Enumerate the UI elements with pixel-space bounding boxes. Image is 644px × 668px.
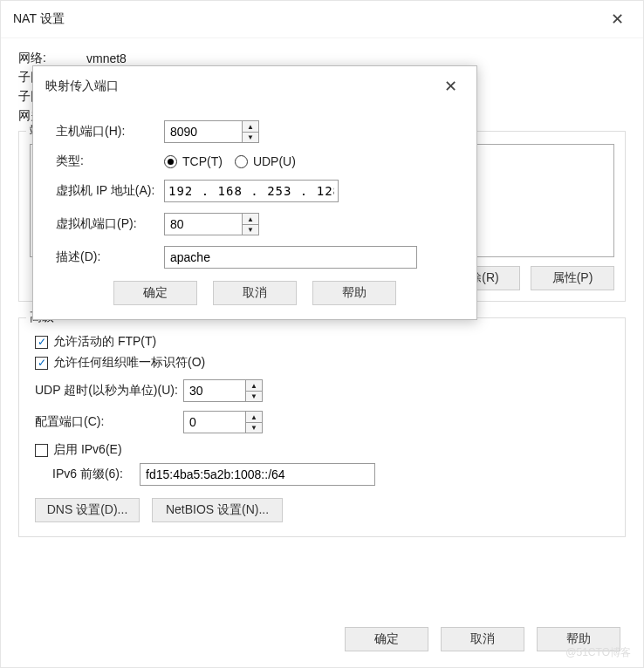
dns-settings-button[interactable]: DNS 设置(D)... [35, 498, 140, 522]
tcp-radio[interactable]: TCP(T) [164, 154, 223, 168]
chevron-up-icon[interactable]: ▲ [246, 380, 262, 391]
netbios-settings-button[interactable]: NetBIOS 设置(N)... [152, 498, 283, 522]
host-port-input[interactable] [164, 120, 243, 143]
allow-oui-checkbox[interactable]: ✓ 允许任何组织唯一标识符(O) [35, 355, 614, 371]
chevron-down-icon[interactable]: ▼ [246, 422, 262, 433]
network-label: 网络: [18, 51, 86, 66]
vm-port-label: 虚拟机端口(P): [51, 216, 164, 232]
config-port-stepper[interactable]: ▲▼ [183, 411, 263, 433]
dialog-titlebar: 映射传入端口 ✕ [33, 66, 476, 106]
config-port-input[interactable] [183, 411, 246, 433]
properties-button[interactable]: 属性(P) [531, 266, 614, 290]
network-value: vmnet8 [86, 51, 127, 65]
checkmark-icon: ✓ [35, 357, 48, 370]
port-mapping-dialog: 映射传入端口 ✕ 主机端口(H): ▲▼ 类型: TCP(T) UDP(U) [32, 65, 477, 320]
checkbox-empty-icon [35, 444, 48, 457]
window-footer: 确定 取消 帮助 [345, 627, 620, 651]
help-button[interactable]: 帮助 [537, 627, 620, 651]
host-port-label: 主机端口(H): [51, 124, 164, 140]
enable-ipv6-checkbox[interactable]: 启用 IPv6(E) [35, 442, 614, 458]
ipv6-prefix-label: IPv6 前缀(6): [52, 467, 140, 482]
titlebar: NAT 设置 ✕ [1, 1, 643, 38]
udp-radio[interactable]: UDP(U) [235, 154, 296, 168]
enable-ipv6-label: 启用 IPv6(E) [53, 442, 122, 458]
allow-ftp-checkbox[interactable]: ✓ 允许活动的 FTP(T) [35, 334, 614, 350]
desc-input[interactable] [164, 246, 417, 269]
type-label: 类型: [51, 153, 164, 169]
dialog-ok-button[interactable]: 确定 [113, 281, 197, 305]
dialog-cancel-button[interactable]: 取消 [213, 281, 297, 305]
ipv6-prefix-input[interactable] [140, 463, 375, 486]
chevron-up-icon[interactable]: ▲ [246, 412, 262, 422]
cancel-button[interactable]: 取消 [441, 627, 524, 651]
close-icon[interactable]: ✕ [437, 75, 464, 98]
window-title: NAT 设置 [13, 11, 65, 27]
host-port-stepper[interactable]: ▲▼ [164, 120, 259, 143]
chevron-down-icon[interactable]: ▼ [243, 224, 258, 235]
udp-label: UDP(U) [253, 154, 296, 168]
radio-selected-icon [164, 155, 177, 168]
chevron-up-icon[interactable]: ▲ [243, 121, 258, 132]
vm-ip-label: 虚拟机 IP 地址(A): [51, 183, 164, 199]
chevron-down-icon[interactable]: ▼ [246, 391, 262, 401]
ok-button[interactable]: 确定 [345, 627, 428, 651]
nat-settings-window: NAT 设置 ✕ 网络: vmnet8 子网 子网 网关 端 移除(R) 属性(… [0, 0, 644, 668]
chevron-up-icon[interactable]: ▲ [243, 214, 258, 224]
dialog-title: 映射传入端口 [45, 78, 119, 94]
vm-ip-input[interactable] [164, 180, 339, 202]
desc-label: 描述(D): [51, 249, 164, 265]
close-icon[interactable]: ✕ [604, 8, 631, 31]
vm-port-stepper[interactable]: ▲▼ [164, 213, 259, 235]
advanced-group: 高级 ✓ 允许活动的 FTP(T) ✓ 允许任何组织唯一标识符(O) UDP 超… [18, 317, 626, 537]
chevron-down-icon[interactable]: ▼ [243, 132, 258, 142]
dialog-help-button[interactable]: 帮助 [312, 281, 396, 305]
checkmark-icon: ✓ [35, 336, 48, 349]
udp-timeout-input[interactable] [183, 379, 246, 402]
udp-timeout-label: UDP 超时(以秒为单位)(U): [35, 383, 183, 399]
tcp-label: TCP(T) [182, 154, 223, 168]
radio-empty-icon [235, 155, 248, 168]
allow-oui-label: 允许任何组织唯一标识符(O) [53, 355, 205, 371]
udp-timeout-stepper[interactable]: ▲▼ [183, 379, 263, 402]
config-port-label: 配置端口(C): [35, 414, 183, 430]
allow-ftp-label: 允许活动的 FTP(T) [53, 334, 156, 350]
vm-port-input[interactable] [164, 213, 243, 235]
